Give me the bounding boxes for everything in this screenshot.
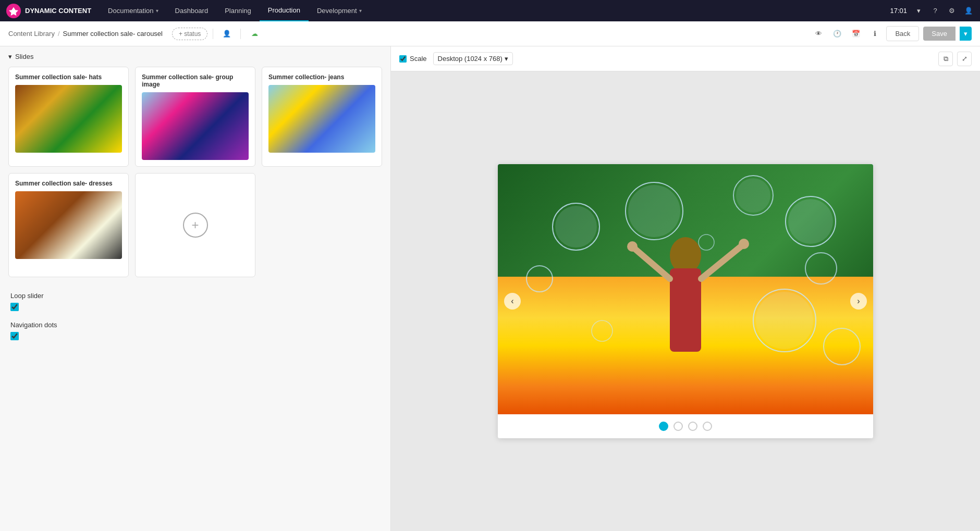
nav-planning[interactable]: Planning xyxy=(216,0,260,21)
scale-checkbox[interactable] xyxy=(399,55,407,63)
main-layout: ▾ Slides Summer collection sale- hats Su… xyxy=(0,46,980,531)
section-header[interactable]: ▾ Slides xyxy=(8,53,382,60)
navigation-dots-checkbox[interactable] xyxy=(10,332,19,340)
separator xyxy=(240,29,241,39)
slide-title-1: Summer collection sale- hats xyxy=(15,73,122,81)
svg-point-1 xyxy=(555,206,597,248)
status-button[interactable]: + status xyxy=(172,28,207,40)
navigation-dots-option: Navigation dots xyxy=(10,321,380,342)
cloud-upload-icon[interactable]: ☁ xyxy=(247,27,262,41)
slide-title-3: Summer collection- jeans xyxy=(268,73,375,81)
scale-label: Scale xyxy=(410,55,427,63)
slide-image-2 xyxy=(142,92,249,160)
nav-development[interactable]: Development ▾ xyxy=(309,0,370,21)
breadcrumb-left: Content Library / Summer collection sale… xyxy=(8,27,262,41)
slide-card-2[interactable]: Summer collection sale- group image xyxy=(135,67,255,167)
left-panel: ▾ Slides Summer collection sale- hats Su… xyxy=(0,46,391,531)
breadcrumb-library[interactable]: Content Library xyxy=(8,30,55,38)
eye-icon[interactable]: 👁 xyxy=(811,27,826,41)
external-link-icon[interactable]: ⤢ xyxy=(957,52,972,66)
history-icon[interactable]: 🕐 xyxy=(830,27,844,41)
svg-point-19 xyxy=(627,241,638,252)
carousel-dot-1[interactable] xyxy=(659,422,668,431)
loop-slider-option: Loop slider xyxy=(10,292,380,313)
svg-point-11 xyxy=(756,292,813,349)
device-select[interactable]: Desktop (1024 x 768) ▾ xyxy=(433,52,513,65)
carousel-dot-4[interactable] xyxy=(703,422,712,431)
svg-point-3 xyxy=(628,185,680,237)
app-logo: DYNAMIC CONTENT xyxy=(6,4,91,18)
user-icon[interactable]: 👤 xyxy=(963,6,974,16)
slide-image-3 xyxy=(268,85,375,153)
svg-point-8 xyxy=(805,253,837,284)
slide-title-2: Summer collection sale- group image xyxy=(142,73,249,88)
chevron-down-icon: ▾ xyxy=(359,8,362,14)
breadcrumb-right: 👁 🕐 📅 ℹ Back Save ▾ xyxy=(811,26,972,41)
breadcrumb-bar: Content Library / Summer collection sale… xyxy=(0,21,980,46)
settings-icon[interactable]: ⚙ xyxy=(947,6,957,16)
nav-documentation[interactable]: Documentation ▾ xyxy=(100,0,166,21)
preview-toolbar: Scale Desktop (1024 x 768) ▾ ⧉ ⤢ xyxy=(391,46,980,71)
user-avatar-icon[interactable]: 👤 xyxy=(219,27,234,41)
collapse-icon: ▾ xyxy=(8,53,12,60)
svg-point-12 xyxy=(824,328,860,365)
carousel-dots xyxy=(498,414,873,438)
add-slide-card[interactable]: + xyxy=(135,173,255,277)
back-button[interactable]: Back xyxy=(886,26,919,41)
breadcrumb-current: Summer collection sale- carousel xyxy=(63,30,163,38)
nav-dashboard[interactable]: Dashboard xyxy=(167,0,217,21)
svg-point-14 xyxy=(699,234,714,250)
logo-icon xyxy=(6,4,21,18)
slide-title-4: Summer collection sale- dresses xyxy=(15,180,122,187)
options-section: Loop slider Navigation dots xyxy=(0,283,390,359)
chevron-down-icon: ▾ xyxy=(505,55,508,63)
nav-right: 17:01 ▾ ? ⚙ 👤 xyxy=(890,6,974,16)
right-panel: Scale Desktop (1024 x 768) ▾ ⧉ ⤢ xyxy=(391,46,980,531)
carousel-prev-button[interactable]: ‹ xyxy=(504,293,521,310)
duplicate-icon[interactable]: ⧉ xyxy=(938,52,953,66)
svg-rect-16 xyxy=(670,268,701,352)
slides-section: ▾ Slides Summer collection sale- hats Su… xyxy=(0,46,390,283)
calendar-icon[interactable]: 📅 xyxy=(849,27,863,41)
preview-area: ‹ › xyxy=(391,71,980,531)
slide-image-4 xyxy=(15,191,122,259)
save-button[interactable]: Save xyxy=(923,27,956,41)
carousel-main-image xyxy=(498,164,873,414)
slide-card-3[interactable]: Summer collection- jeans xyxy=(262,67,382,167)
slides-grid: Summer collection sale- hats Summer coll… xyxy=(8,67,382,277)
svg-point-15 xyxy=(670,237,701,274)
top-nav: DYNAMIC CONTENT Documentation ▾ Dashboar… xyxy=(0,0,980,21)
app-name: DYNAMIC CONTENT xyxy=(25,7,91,15)
breadcrumb-separator: / xyxy=(58,30,60,38)
save-dropdown-button[interactable]: ▾ xyxy=(960,27,972,41)
breadcrumb-icons: 👤 ☁ xyxy=(211,27,262,41)
svg-point-9 xyxy=(526,266,553,292)
svg-line-17 xyxy=(633,248,670,279)
slide-card-1[interactable]: Summer collection sale- hats xyxy=(8,67,129,167)
slide-image-1 xyxy=(15,85,122,153)
svg-point-20 xyxy=(739,239,749,249)
preview-toolbar-right: ⧉ ⤢ xyxy=(938,52,972,66)
current-time: 17:01 xyxy=(890,7,907,15)
help-icon[interactable]: ? xyxy=(930,6,940,16)
scale-control: Scale xyxy=(399,55,427,63)
chevron-down-icon[interactable]: ▾ xyxy=(913,6,924,16)
device-label: Desktop (1024 x 768) xyxy=(438,55,503,63)
carousel-dot-3[interactable] xyxy=(688,422,697,431)
svg-point-13 xyxy=(592,320,612,341)
slide-card-4[interactable]: Summer collection sale- dresses xyxy=(8,173,129,277)
svg-point-5 xyxy=(736,178,770,213)
chevron-down-icon: ▾ xyxy=(156,8,158,14)
navigation-dots-label: Navigation dots xyxy=(10,321,380,329)
info-icon[interactable]: ℹ xyxy=(867,27,882,41)
loop-slider-checkbox[interactable] xyxy=(10,303,19,311)
preview-toolbar-left: Scale Desktop (1024 x 768) ▾ xyxy=(399,52,513,65)
carousel-dot-2[interactable] xyxy=(673,422,683,431)
carousel-next-button[interactable]: › xyxy=(850,293,867,310)
section-title: Slides xyxy=(15,53,33,60)
nav-production[interactable]: Production xyxy=(260,0,309,21)
carousel: ‹ › xyxy=(498,164,873,438)
svg-point-7 xyxy=(788,199,833,244)
bubbles-svg xyxy=(498,164,873,414)
nav-items: Documentation ▾ Dashboard Planning Produ… xyxy=(100,0,890,21)
